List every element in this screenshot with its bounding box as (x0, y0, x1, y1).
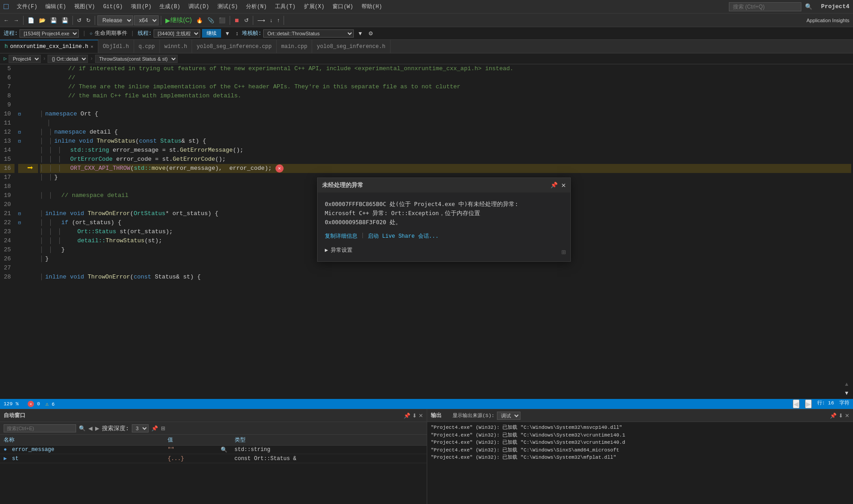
line-num-13: 13 (0, 137, 14, 146)
panel-close-btn[interactable]: ✕ (419, 413, 423, 419)
output-close-btn[interactable]: ✕ (845, 413, 849, 419)
gutter-10[interactable]: ⊟ (18, 110, 27, 119)
expand-icon-1[interactable]: ● (4, 446, 7, 453)
gutter-21[interactable]: ⊟ (18, 209, 27, 218)
output-source-select[interactable]: 调试 (497, 412, 520, 420)
step-over-btn[interactable]: ⟶ (255, 16, 267, 24)
menu-window[interactable]: 窗口(W) (329, 1, 357, 12)
menu-extensions[interactable]: 扩展(X) (300, 1, 328, 12)
menu-view[interactable]: 视图(V) (71, 1, 99, 12)
step-out-btn[interactable]: ↑ (275, 16, 281, 24)
step-into-btn[interactable]: ↓ (268, 16, 274, 24)
tab-onnx[interactable]: h onnxruntime_cxx_inline.h ✕ (0, 40, 98, 53)
menu-search-input[interactable] (729, 2, 801, 11)
output-down-btn[interactable]: ⬇ (839, 413, 843, 419)
config-dropdown[interactable]: Release (97, 15, 133, 25)
redo-btn[interactable]: ↻ (84, 16, 92, 24)
scroll-down-btn[interactable]: ▼ (842, 389, 851, 397)
exception-settings[interactable]: ▶ 异常设置 (325, 246, 563, 254)
save-btn[interactable]: 💾 (48, 16, 59, 24)
tab-obj[interactable]: ObjIdl.h (98, 40, 134, 53)
resize-handle[interactable]: ⊞ (561, 248, 566, 257)
menu-project[interactable]: 项目(P) (127, 1, 155, 12)
platform-dropdown[interactable]: x64 (134, 15, 159, 25)
new-file-btn[interactable]: 📄 (26, 16, 36, 24)
call-stack-btn[interactable]: ↕ (234, 29, 240, 38)
attach-btn[interactable]: 📎 (206, 16, 216, 24)
search-icon-btn[interactable]: 🔍 (79, 425, 86, 432)
depth-select[interactable]: 3 (132, 424, 149, 432)
panel-down-btn[interactable]: ⬇ (412, 413, 417, 419)
breadcrumb-function[interactable]: ThrowStatus(const Status & st) (95, 55, 178, 63)
menu-debug[interactable]: 调试(D) (185, 1, 213, 12)
breakpoint-btn[interactable]: ⬛ (217, 16, 227, 24)
hot-reload-btn[interactable]: 🔥 (194, 16, 205, 24)
live-share-link[interactable]: 启动 Live Share 会话... (368, 232, 439, 240)
tab-winnt[interactable]: winnt.h (160, 40, 192, 53)
gutter-12[interactable]: ⊟ (18, 128, 27, 137)
tab-yolo-h[interactable]: yolo8_seg_inference.h (312, 40, 390, 53)
error-icon: ✕ 0 (28, 401, 40, 407)
menu-file[interactable]: 文件(F) (13, 1, 41, 12)
continue-button[interactable]: ▶ 继续(C) (164, 15, 193, 25)
expand-icon-2[interactable]: ▶ (4, 456, 7, 462)
collapse-throw-icon: ⊟ (18, 139, 21, 144)
save-all-btn[interactable]: 💾 (60, 16, 70, 24)
menu-tools[interactable]: 工具(T) (271, 1, 299, 12)
line-num-11: 11 (0, 119, 14, 128)
process-select[interactable]: [15348] Project4.exe (19, 29, 79, 38)
open-btn[interactable]: 📂 (37, 16, 48, 24)
undo-btn[interactable]: ↺ (75, 16, 83, 24)
stack-label: 堆栈帧: (242, 29, 261, 37)
indent-bar-17a: │ (40, 173, 43, 182)
continue-debug-btn[interactable]: 继续 (202, 29, 221, 38)
output-line-5: "Project4.exe" (Win32): 已加载 "C:\Windows\… (431, 454, 849, 461)
line-num-21: 21 (0, 209, 14, 218)
ty-ortstatus-21: OrtStatus (134, 209, 165, 218)
gutter-13[interactable]: ⊟ (18, 137, 27, 146)
prev-btn[interactable]: ◀ (793, 399, 800, 408)
comment-19: // namespace detail (54, 191, 129, 200)
plain-17: } (54, 173, 58, 182)
collapse-detail-icon: ⊟ (18, 130, 21, 135)
close-popup-button[interactable]: ✕ (561, 181, 566, 190)
auto-search-input[interactable] (4, 424, 76, 432)
prev-search-btn[interactable]: ◀ (88, 425, 92, 432)
pin-button[interactable]: 📌 (550, 182, 558, 189)
pin-search-btn[interactable]: 📌 (151, 425, 158, 432)
gutter-22[interactable]: ⊟ (18, 218, 27, 227)
stack-dropdown-btn[interactable]: ▼ (356, 29, 365, 38)
scroll-up-btn[interactable]: ▲ (842, 380, 851, 388)
var-value-search-btn[interactable]: 🔍 (221, 446, 227, 453)
filter-btn[interactable]: ▼ (223, 29, 232, 38)
tab-onnx-close[interactable]: ✕ (91, 44, 93, 49)
thread-select[interactable]: [34400] 主线程 (154, 29, 200, 38)
restart-btn[interactable]: ↺ (242, 16, 251, 24)
panel-pin-btn[interactable]: 📌 (404, 413, 410, 419)
breadcrumb-project[interactable]: Project4 (9, 55, 41, 63)
menu-edit[interactable]: 编辑(E) (42, 1, 70, 12)
app-insights-btn[interactable]: Application Insights (805, 17, 851, 24)
menu-test[interactable]: 测试(S) (214, 1, 242, 12)
stack-select[interactable]: Ort::detail::ThrowStatus (263, 29, 354, 38)
forward-btn[interactable]: → (12, 16, 21, 24)
breadcrumb-namespace[interactable]: {} Ort::detail (48, 55, 88, 63)
tab-yolo-seg[interactable]: yolo8_seg_inference.cpp (192, 40, 277, 53)
next-btn[interactable]: ▶ (805, 399, 812, 408)
output-pin-btn[interactable]: 📌 (830, 413, 837, 419)
stack-settings-btn[interactable]: ⚙ (366, 29, 375, 38)
menu-git[interactable]: Git(G) (100, 2, 126, 12)
tab-main[interactable]: main.cpp (277, 40, 313, 53)
menu-analyze[interactable]: 分析(N) (242, 1, 270, 12)
grid-btn[interactable]: ⊞ (161, 425, 165, 432)
copy-details-link[interactable]: 复制详细信息 (325, 232, 357, 240)
tab-q[interactable]: q.cpp (134, 40, 160, 53)
ty-ortstatus2-23: Ort::Status (77, 227, 116, 236)
menu-build[interactable]: 生成(B) (156, 1, 184, 12)
auto-search-toolbar: 🔍 ◀ ▶ 搜索深度: 3 📌 ⊞ (0, 422, 427, 435)
menu-help[interactable]: 帮助(H) (358, 1, 386, 12)
stop-btn[interactable]: ⏹ (232, 16, 241, 24)
back-btn[interactable]: ← (2, 16, 11, 24)
next-search-btn[interactable]: ▶ (95, 425, 99, 432)
expand-icon: ▶ (325, 247, 328, 254)
